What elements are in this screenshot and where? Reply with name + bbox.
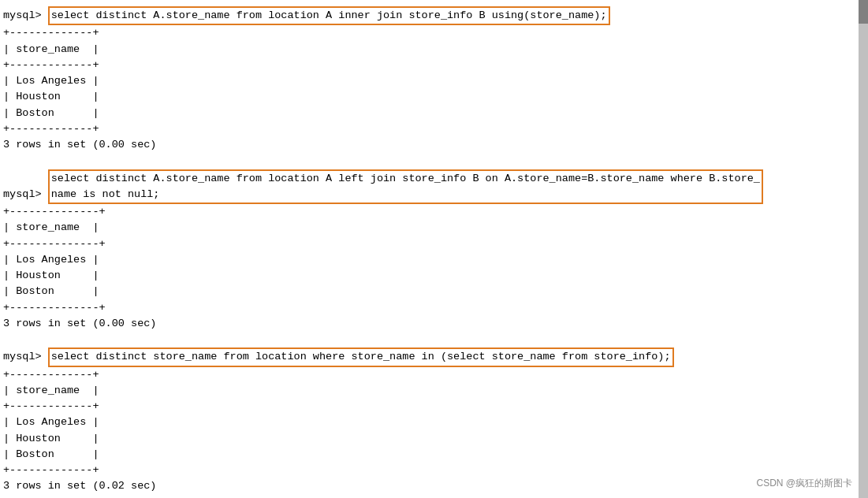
table-sep-bot-1: +-------------+ <box>3 121 865 137</box>
table-sep-bot-2: +--------------+ <box>3 300 865 316</box>
table-sep-mid-1: +-------------+ <box>3 58 865 73</box>
table-footer-1: 3 rows in set (0.00 sec) <box>3 137 865 153</box>
table-row-3-2: | Houston | <box>3 431 865 447</box>
table-row-2-1: | Los Angeles | <box>3 252 865 268</box>
sql-command-3: mysql> select distinct store_name from l… <box>3 347 865 366</box>
table-sep-bot-3: +-------------+ <box>3 463 865 478</box>
scrollbar[interactable] <box>859 0 868 498</box>
table-footer-2: 3 rows in set (0.00 sec) <box>3 316 865 332</box>
sql-box-2: select distinct A.store_name from locati… <box>48 169 763 205</box>
table-row-3-1: | Los Angeles | <box>3 414 865 430</box>
table-header-3: | store_name | <box>3 383 865 399</box>
table-sep-top-3: +-------------+ <box>3 367 865 383</box>
table-row-3-3: | Boston | <box>3 447 865 463</box>
sql-block-2: mysql> select distinct A.store_name from… <box>3 169 865 333</box>
table-header-2: | store_name | <box>3 220 865 236</box>
watermark: CSDN @疯狂的斯图卡 <box>756 477 852 490</box>
sql-block-1: mysql> select distinct A.store_name from… <box>3 6 865 153</box>
table-footer-3: 3 rows in set (0.02 sec) <box>3 478 865 494</box>
spacer-1 <box>3 153 865 169</box>
terminal-window: mysql> select distinct A.store_name from… <box>0 0 868 498</box>
spacer-2 <box>3 332 865 347</box>
sql-command-2: mysql> select distinct A.store_name from… <box>3 169 865 205</box>
sql-command-1: mysql> select distinct A.store_name from… <box>3 6 865 25</box>
sql-box-1: select distinct A.store_name from locati… <box>48 6 610 25</box>
table-header-1: | store_name | <box>3 42 865 58</box>
table-sep-mid-3: +-------------+ <box>3 399 865 414</box>
table-row-1-3: | Boston | <box>3 106 865 121</box>
table-row-1-1: | Los Angeles | <box>3 73 865 89</box>
scrollbar-thumb[interactable] <box>859 0 868 24</box>
table-row-2-2: | Houston | <box>3 268 865 284</box>
sql-block-3: mysql> select distinct store_name from l… <box>3 347 865 494</box>
table-sep-top-1: +-------------+ <box>3 25 865 41</box>
table-sep-mid-2: +--------------+ <box>3 236 865 252</box>
table-row-1-2: | Houston | <box>3 89 865 105</box>
table-row-2-3: | Boston | <box>3 284 865 299</box>
sql-box-3: select distinct store_name from location… <box>48 347 674 366</box>
table-sep-top-2: +--------------+ <box>3 204 865 220</box>
spacer-3 <box>3 495 865 499</box>
